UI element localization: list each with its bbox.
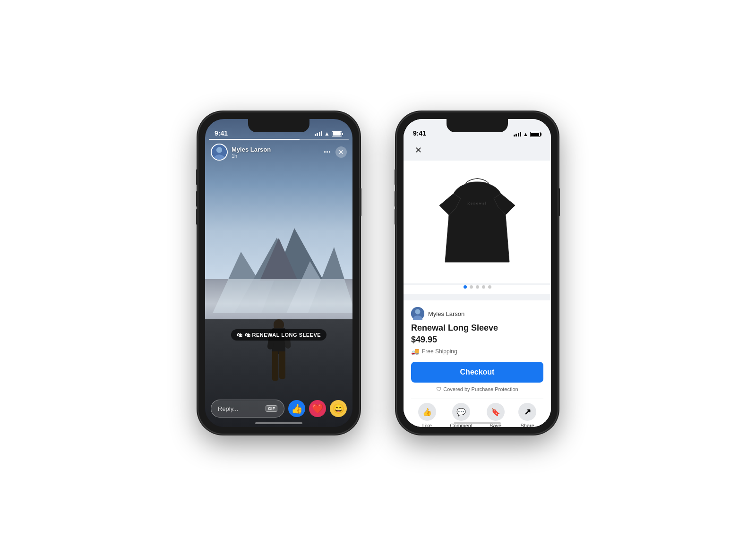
phone-2-product: 9:41 ▲ ✕ [397,112,558,434]
comment-icon: 💬 [452,403,470,421]
story-header-actions: ··· ✕ [324,146,347,158]
phone-1-story: 9:41 ▲ [198,112,359,434]
battery-icon-2 [530,132,541,137]
story-time: 1h [232,153,271,159]
dot-3 [476,285,479,289]
product-screen: ✕ Renewal [404,119,551,427]
story-avatar [211,144,228,161]
action-like[interactable]: 👍 Like [418,403,436,427]
home-indicator-1 [255,422,302,424]
product-price: $49.95 [411,335,543,345]
story-close-button[interactable]: ✕ [335,146,347,158]
svg-point-5 [415,309,421,315]
haha-reaction-button[interactable]: 😄 [330,400,347,417]
status-time-1: 9:41 [215,129,228,137]
product-tag-icon: 🛍 [237,332,242,338]
reply-input[interactable]: Reply... GIF [211,400,284,418]
svg-text:Renewal: Renewal [467,201,487,205]
product-tag-label: 🛍 RENEWAL LONG SLEEVE [245,332,321,338]
story-header: Myles Larson 1h ··· ✕ [205,140,352,164]
status-icons-2: ▲ [514,131,541,137]
person-silhouette [265,319,293,381]
story-username: Myles Larson [232,146,271,153]
reply-placeholder: Reply... [218,405,238,412]
seller-name: Myles Larson [428,310,464,317]
notch-2 [447,119,508,132]
purchase-protection: 🛡 Covered by Purchase Protection [411,386,543,392]
wifi-icon-1: ▲ [324,130,330,137]
share-icon: ↗ [518,403,536,421]
shield-icon: 🛡 [436,386,441,392]
phone-1-screen: 9:41 ▲ [205,119,352,427]
shipping-row: 🚚 Free Shipping [411,348,543,355]
status-icons-1: ▲ [315,130,343,137]
product-header: ✕ [404,140,551,161]
dot-1 [464,285,467,289]
shipping-icon: 🚚 [411,348,419,355]
product-title: Renewal Long Sleeve [411,323,543,333]
product-info: Myles Larson Renewal Long Sleeve $49.95 … [404,300,551,427]
phone-2-screen: 9:41 ▲ ✕ [404,119,551,427]
love-reaction-button[interactable]: ❤️ [309,400,326,417]
dot-4 [482,285,485,289]
gif-badge[interactable]: GIF [266,405,277,412]
battery-icon-1 [332,131,343,136]
notch-1 [248,119,309,132]
signal-icon-2 [514,132,522,136]
action-share[interactable]: ↗ Share [518,403,536,427]
product-seller: Myles Larson [411,307,543,320]
like-icon: 👍 [418,403,436,421]
seller-avatar [411,307,424,320]
svg-point-1 [216,147,222,153]
like-label: Like [422,423,432,427]
story-more-icon[interactable]: ··· [324,147,331,157]
status-time-2: 9:41 [413,129,426,137]
pagination-dots [404,285,551,294]
story-background [205,119,352,427]
share-label: Share [521,423,534,427]
story-user: Myles Larson 1h [211,144,271,161]
product-image-area: Renewal [404,161,551,283]
product-tag[interactable]: 🛍 🛍 RENEWAL LONG SLEEVE [231,329,326,341]
shirt-image: Renewal [425,172,529,272]
like-reaction-button[interactable]: 👍 [288,400,305,417]
signal-icon-1 [315,131,323,136]
wifi-icon-2: ▲ [523,131,528,137]
dot-2 [470,285,473,289]
home-indicator-2 [454,422,501,424]
save-icon: 🔖 [487,403,505,421]
story-user-info: Myles Larson 1h [232,146,271,159]
checkout-button[interactable]: Checkout [411,362,543,383]
dot-5 [488,285,491,289]
product-close-button[interactable]: ✕ [411,143,425,157]
shipping-text: Free Shipping [422,348,457,355]
purchase-protection-text: Covered by Purchase Protection [443,386,518,392]
